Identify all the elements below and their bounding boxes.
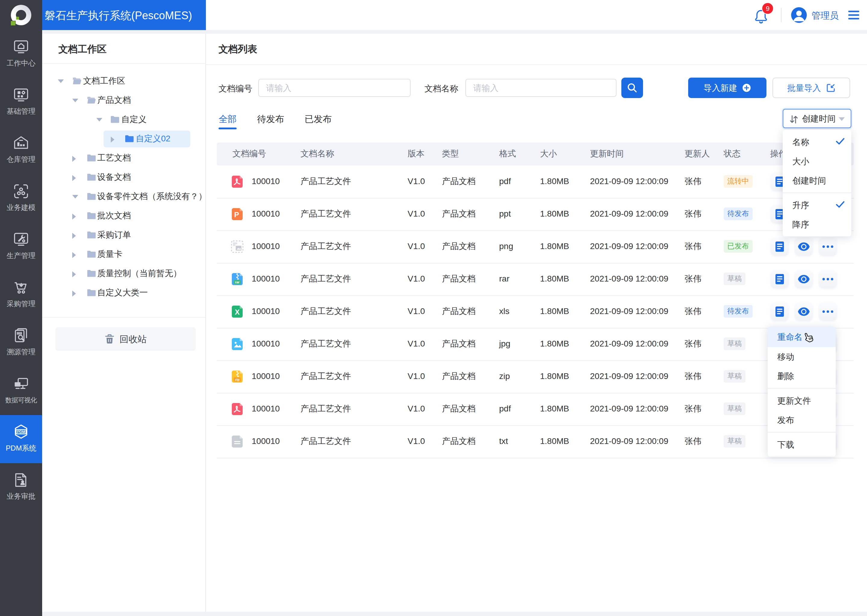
svg-text:P: P <box>234 211 239 218</box>
svg-text:X: X <box>235 308 240 316</box>
svg-text:rar: rar <box>235 280 240 284</box>
svg-text:zip: zip <box>235 378 240 381</box>
svg-text:PDM: PDM <box>17 430 25 434</box>
